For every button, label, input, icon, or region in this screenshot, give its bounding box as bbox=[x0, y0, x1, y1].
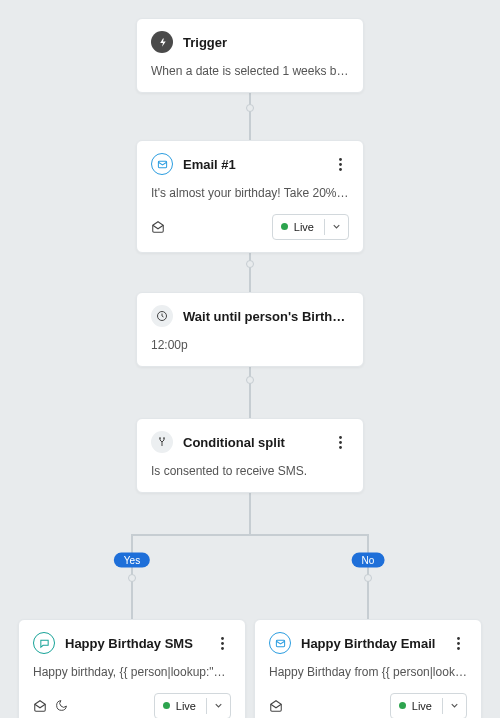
mail-open-icon bbox=[33, 699, 47, 713]
svg-point-9 bbox=[221, 642, 224, 645]
svg-point-14 bbox=[457, 647, 460, 650]
email1-card[interactable]: Email #1 It's almost your birthday! Take… bbox=[136, 140, 364, 253]
status-dot-icon bbox=[163, 702, 170, 709]
status-dropdown[interactable]: Live bbox=[390, 693, 467, 718]
card-title: Email #1 bbox=[183, 157, 321, 172]
card-title: Trigger bbox=[183, 35, 349, 50]
card-body: Is consented to receive SMS. bbox=[151, 463, 349, 480]
branch-no-badge: No bbox=[352, 553, 385, 568]
kebab-menu-icon[interactable] bbox=[449, 634, 467, 652]
status-label: Live bbox=[294, 221, 318, 233]
mail-open-icon bbox=[151, 220, 165, 234]
svg-point-10 bbox=[221, 647, 224, 650]
kebab-menu-icon[interactable] bbox=[213, 634, 231, 652]
mail-open-icon bbox=[269, 699, 283, 713]
card-body: Happy birthday, {{ person|lookup:"First … bbox=[33, 664, 231, 681]
bolt-icon bbox=[151, 31, 173, 53]
svg-point-8 bbox=[221, 637, 224, 640]
status-dot-icon bbox=[281, 223, 288, 230]
card-body: Happy Birthday from {{ person|lookup:"Fi… bbox=[269, 664, 467, 681]
status-dropdown[interactable]: Live bbox=[272, 214, 349, 240]
conditional-split-card[interactable]: Conditional split Is consented to receiv… bbox=[136, 418, 364, 493]
moon-icon bbox=[55, 699, 68, 712]
flow-dot bbox=[246, 376, 254, 384]
wait-card[interactable]: Wait until person's Birthday 12:00p bbox=[136, 292, 364, 367]
svg-point-5 bbox=[339, 436, 342, 439]
email2-card[interactable]: Happy Birthday Email Happy Birthday from… bbox=[254, 619, 482, 718]
flow-dot bbox=[246, 260, 254, 268]
mail-icon bbox=[269, 632, 291, 654]
status-dot-icon bbox=[399, 702, 406, 709]
card-title: Conditional split bbox=[183, 435, 321, 450]
flow-dot bbox=[246, 104, 254, 112]
flow-dot bbox=[364, 574, 372, 582]
card-title: Wait until person's Birthday bbox=[183, 309, 349, 324]
chat-icon bbox=[33, 632, 55, 654]
connector bbox=[249, 493, 251, 535]
sms-card[interactable]: Happy Birthday SMS Happy birthday, {{ pe… bbox=[18, 619, 246, 718]
connector bbox=[131, 534, 369, 536]
card-body: 12:00p bbox=[151, 337, 349, 354]
branch-yes-badge: Yes bbox=[114, 553, 150, 568]
svg-point-6 bbox=[339, 441, 342, 444]
flow-dot bbox=[128, 574, 136, 582]
card-title: Happy Birthday SMS bbox=[65, 636, 203, 651]
clock-icon bbox=[151, 305, 173, 327]
svg-point-1 bbox=[339, 158, 342, 161]
svg-point-13 bbox=[457, 642, 460, 645]
svg-point-2 bbox=[339, 163, 342, 166]
card-title: Happy Birthday Email bbox=[301, 636, 439, 651]
svg-point-12 bbox=[457, 637, 460, 640]
status-dropdown[interactable]: Live bbox=[154, 693, 231, 718]
chevron-down-icon bbox=[449, 700, 460, 711]
svg-point-7 bbox=[339, 446, 342, 449]
status-label: Live bbox=[176, 700, 200, 712]
mail-icon bbox=[151, 153, 173, 175]
chevron-down-icon bbox=[213, 700, 224, 711]
card-body: When a date is selected 1 weeks before p… bbox=[151, 63, 349, 80]
status-label: Live bbox=[412, 700, 436, 712]
svg-point-3 bbox=[339, 168, 342, 171]
kebab-menu-icon[interactable] bbox=[331, 155, 349, 173]
kebab-menu-icon[interactable] bbox=[331, 433, 349, 451]
split-icon bbox=[151, 431, 173, 453]
chevron-down-icon bbox=[331, 221, 342, 232]
flow-canvas: Yes No Trigger When a date is selected 1… bbox=[0, 0, 500, 718]
trigger-card[interactable]: Trigger When a date is selected 1 weeks … bbox=[136, 18, 364, 93]
card-body: It's almost your birthday! Take 20% on u… bbox=[151, 185, 349, 202]
